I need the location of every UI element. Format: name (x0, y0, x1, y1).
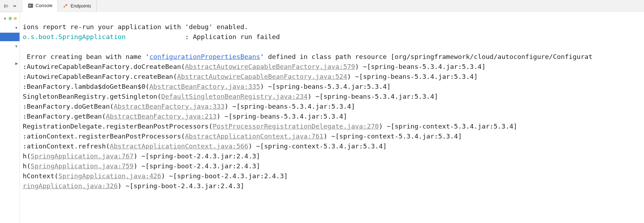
stack-frame: :BeanFactory.doGetBean( (23, 103, 114, 110)
tab-endpoints[interactable]: Endpoints (58, 0, 97, 12)
source-link[interactable]: AbstractBeanFactory.java:213 (106, 113, 217, 120)
source-link[interactable]: AbstractAutowireCapableBeanFactory.java:… (185, 63, 355, 70)
source-link[interactable]: AbstractApplicationContext.java:566 (110, 142, 248, 150)
source-link[interactable]: SpringApplication.java:426 (58, 172, 161, 180)
stack-frame: ) ~[spring-beans-5.3.4.jar:5.3.4] (355, 63, 486, 70)
console-line: : Application run failed (126, 33, 280, 40)
stack-frame: ) ~[spring-boot-2.4.3.jar:2.4.3] (161, 172, 288, 180)
source-link[interactable]: SpringApplication.java:767 (31, 152, 134, 160)
header-spacer (97, 0, 644, 12)
source-link[interactable]: SpringApplication.java:759 (31, 162, 134, 170)
svg-point-7 (14, 17, 17, 20)
console-output[interactable]: ions report re-run your application with… (20, 12, 644, 223)
hide-panel-button[interactable] (2, 2, 11, 10)
stack-frame: hContext( (23, 172, 58, 180)
stack-frame: :AutowireCapableBeanFactory.createBean( (23, 73, 177, 80)
stack-frame: h( (23, 162, 31, 170)
tab-label: Console (36, 3, 53, 8)
toolwindow-header: Console Endpoints (0, 0, 644, 12)
tab-label: Endpoints (71, 3, 91, 9)
source-link[interactable]: AbstractBeanFactory.java:335 (149, 83, 260, 90)
logger-name: o.s.boot.SpringApplication (23, 33, 126, 40)
chevron-right-icon: ▶ (15, 61, 18, 65)
stack-frame: ) ~[spring-boot-2.4.3.jar:2.4.3] (118, 182, 244, 190)
stack-frame: SingletonBeanRegistry.getSingleton( (23, 93, 161, 100)
svg-rect-2 (4, 4, 5, 8)
stack-frame: h( (23, 152, 31, 160)
stack-frame: ) ~[spring-context-5.3.4.jar:5.3.4] (323, 132, 462, 140)
source-link[interactable]: AbstractAutowireCapableBeanFactory.java:… (177, 73, 347, 80)
chevron-down-icon: ▼ (3, 17, 7, 21)
source-link[interactable]: PostProcessorRegistrationDelegate.java:2… (213, 123, 379, 130)
gutter-row[interactable]: ▼ (0, 42, 20, 50)
stack-frame: ) ~[spring-beans-5.3.4.jar:5.3.4] (224, 103, 355, 110)
gutter-row-selected[interactable] (0, 33, 20, 41)
stack-frame: RegistrationDelegate.registerBeanPostPro… (23, 123, 213, 130)
tab-console[interactable]: Console (23, 0, 58, 12)
stack-frame: ) ~[spring-beans-5.3.4.jar:5.3.4] (217, 113, 347, 120)
console-line: Error creating bean with name ' (23, 53, 149, 60)
status-badge-icon (12, 16, 18, 21)
source-link[interactable]: AbstractBeanFactory.java:333 (114, 103, 224, 110)
stack-frame: :BeanFactory.getBean( (23, 113, 106, 120)
stack-frame: ) ~[spring-boot-2.4.3.jar:2.4.3] (134, 162, 260, 170)
stack-frame: ) ~[spring-context-5.3.4.jar:5.3.4] (379, 123, 517, 130)
more-button[interactable] (11, 2, 19, 10)
stack-frame: :AutowireCapableBeanFactory.doCreateBean… (23, 63, 185, 70)
gutter-row[interactable]: ▼ (0, 14, 20, 23)
gutter-row[interactable]: ▼ (0, 23, 20, 32)
stack-frame: :BeanFactory.lambda$doGetBean$0( (23, 83, 149, 90)
console-line: ' defined in class path resource [org/sp… (260, 53, 592, 60)
svg-rect-1 (5, 6, 8, 7)
source-link[interactable]: ringApplication.java:326 (23, 182, 118, 190)
chevron-down-icon: ▼ (15, 26, 18, 30)
gutter-row[interactable]: ▶ (0, 59, 20, 67)
source-link[interactable]: AbstractApplicationContext.java:761 (185, 132, 324, 140)
bean-link[interactable]: configurationPropertiesBeans (149, 53, 260, 60)
stack-frame: ) ~[spring-context-5.3.4.jar:5.3.4] (248, 142, 387, 150)
console-icon (28, 3, 33, 9)
stack-frame: ) ~[spring-beans-5.3.4.jar:5.3.4] (260, 83, 391, 90)
stack-frame: ) ~[spring-beans-5.3.4.jar:5.3.4] (308, 93, 438, 100)
console-line: ions report re-run your application with… (23, 23, 248, 31)
stack-frame: ) ~[spring-beans-5.3.4.jar:5.3.4] (347, 73, 478, 80)
svg-rect-0 (5, 5, 8, 6)
stack-frame: :ationContext.registerBeanPostProcessors… (23, 132, 185, 140)
stack-frame: :ationContext.refresh( (23, 142, 110, 150)
stack-frame: ) ~[spring-boot-2.4.3.jar:2.4.3] (134, 152, 260, 160)
run-gutter: ▼ ▼ ▼ ▶ (0, 12, 20, 223)
source-link[interactable]: DefaultSingletonBeanRegistry.java:234 (161, 93, 308, 100)
endpoints-icon (63, 3, 69, 9)
chevron-down-icon: ▼ (15, 44, 18, 48)
